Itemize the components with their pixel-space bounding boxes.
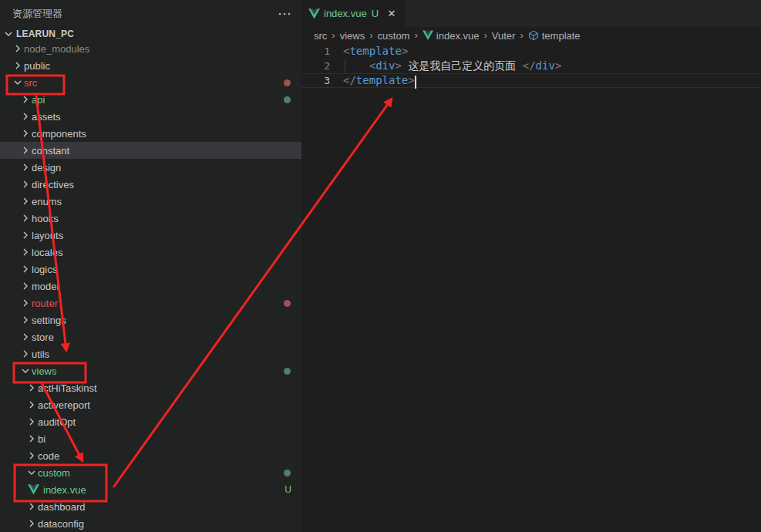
tree-item-layouts[interactable]: layouts <box>0 227 301 244</box>
tree-item-acthitaskinst[interactable]: actHiTaskinst <box>0 379 301 396</box>
chevron-right-icon[interactable] <box>19 331 32 343</box>
tree-item-label: constant <box>32 145 69 157</box>
vue-icon <box>423 31 433 41</box>
chevron-right-icon[interactable] <box>25 433 38 445</box>
tree-item-components[interactable]: components <box>0 125 301 142</box>
tree-item-assets[interactable]: assets <box>0 108 301 125</box>
chevron-right-icon[interactable] <box>25 450 38 462</box>
breadcrumb-item-template[interactable]: template <box>528 30 581 42</box>
tree-item-store[interactable]: store <box>0 328 301 345</box>
line-number: 3 <box>301 73 330 88</box>
tree-item-settings[interactable]: settings <box>0 311 301 328</box>
chevron-right-icon[interactable] <box>19 127 32 140</box>
breadcrumb-separator: › <box>520 29 523 41</box>
tree-item-index-vue[interactable]: index.vueU <box>0 481 301 498</box>
chevron-right-icon[interactable] <box>19 161 32 173</box>
tree-item-custom[interactable]: custom <box>0 464 301 481</box>
tree-item-label: api <box>32 94 45 106</box>
tree-item-node_modules[interactable]: node_modules <box>0 40 301 57</box>
tree-item-label: directives <box>32 179 74 190</box>
chevron-right-icon[interactable] <box>19 246 32 258</box>
tree-item-label: public <box>24 60 50 72</box>
tree-item-views[interactable]: views <box>0 362 301 379</box>
code-editor[interactable]: 1<template>2 <div> 这是我自己定义的页面 </div>3</t… <box>301 44 761 532</box>
code-line-3[interactable]: 3</template> <box>301 73 761 88</box>
explorer-title-bar: 资源管理器 ⋯ <box>0 0 301 27</box>
tree-item-dashboard[interactable]: dashboard <box>0 498 301 515</box>
chevron-right-icon[interactable] <box>19 229 32 241</box>
close-icon[interactable]: ✕ <box>386 8 398 19</box>
vscode-window: 资源管理器 ⋯ LEARUN_PC node_modulespublicsrca… <box>0 0 761 532</box>
tree-item-dataconfig[interactable]: dataconfig <box>0 515 301 532</box>
chevron-right-icon[interactable] <box>19 110 32 123</box>
breadcrumb-item-views[interactable]: views <box>340 30 365 42</box>
tree-item-label: design <box>32 162 61 173</box>
tree-item-code[interactable]: code <box>0 447 301 464</box>
chevron-right-icon[interactable] <box>19 178 32 190</box>
chevron-down-icon[interactable] <box>25 466 38 479</box>
code-line-1[interactable]: 1<template> <box>301 44 761 59</box>
vue-icon <box>28 484 39 495</box>
tree-item-label: dashboard <box>38 501 85 513</box>
tree-item-label: auditOpt <box>38 416 76 428</box>
tree-item-public[interactable]: public <box>0 57 301 74</box>
tree-item-model[interactable]: model <box>0 278 301 295</box>
tree-item-label: src <box>24 77 37 89</box>
breadcrumb-label: src <box>314 30 327 42</box>
chevron-right-icon[interactable] <box>25 382 38 394</box>
tree-item-api[interactable]: api <box>0 91 301 108</box>
chevron-right-icon[interactable] <box>25 416 38 428</box>
tree-item-enums[interactable]: enums <box>0 193 301 210</box>
chevron-right-icon[interactable] <box>25 399 38 411</box>
tree-item-directives[interactable]: directives <box>0 176 301 193</box>
more-actions-icon[interactable]: ⋯ <box>278 10 292 18</box>
tree-item-locales[interactable]: locales <box>0 244 301 261</box>
workspace-root-header[interactable]: LEARUN_PC <box>0 27 301 41</box>
chevron-right-icon[interactable] <box>19 314 32 326</box>
tree-item-router[interactable]: router <box>0 295 301 311</box>
file-tree: node_modulespublicsrcapiassetscomponents… <box>0 40 301 532</box>
chevron-right-icon[interactable] <box>11 42 24 55</box>
chevron-right-icon[interactable] <box>19 348 32 360</box>
breadcrumb-item-index-vue[interactable]: index.vue <box>423 30 480 42</box>
untracked-dot-badge <box>284 470 291 476</box>
chevron-right-icon[interactable] <box>19 93 32 106</box>
tree-item-activereport[interactable]: activereport <box>0 396 301 413</box>
code-text: <div> 这是我自己定义的页面 </div> <box>330 59 561 73</box>
breadcrumb-item-src[interactable]: src <box>314 30 327 42</box>
chevron-right-icon[interactable] <box>25 500 38 513</box>
breadcrumb-separator: › <box>369 29 372 41</box>
vue-icon <box>308 8 320 19</box>
tree-item-label: model <box>32 281 59 292</box>
tree-item-label: settings <box>32 315 66 326</box>
tree-item-utils[interactable]: utils <box>0 345 301 362</box>
chevron-down-icon[interactable] <box>11 76 24 89</box>
tree-item-constant[interactable]: constant <box>0 142 301 159</box>
chevron-right-icon[interactable] <box>19 297 32 309</box>
tree-item-label: hooks <box>32 213 59 224</box>
tree-item-label: node_modules <box>24 43 89 55</box>
tree-item-auditopt[interactable]: auditOpt <box>0 413 301 430</box>
tree-item-bi[interactable]: bi <box>0 430 301 447</box>
chevron-right-icon[interactable] <box>25 517 38 530</box>
chevron-right-icon[interactable] <box>19 212 32 224</box>
chevron-right-icon[interactable] <box>19 195 32 207</box>
chevron-down-icon[interactable] <box>19 365 32 377</box>
chevron-right-icon[interactable] <box>11 59 24 72</box>
tab-index-vue[interactable]: index.vue U ✕ <box>301 0 406 27</box>
tree-item-label: router <box>32 298 58 309</box>
text-cursor <box>415 76 416 89</box>
editor-group: index.vue U ✕ src›views›custom›index.vue… <box>301 0 761 532</box>
tree-item-logics[interactable]: logics <box>0 261 301 278</box>
chevron-right-icon[interactable] <box>19 144 32 157</box>
tree-item-design[interactable]: design <box>0 159 301 176</box>
chevron-right-icon[interactable] <box>19 263 32 275</box>
tree-item-src[interactable]: src <box>0 74 301 91</box>
tree-item-hooks[interactable]: hooks <box>0 210 301 227</box>
chevron-right-icon[interactable] <box>19 280 32 292</box>
tree-item-label: logics <box>32 264 57 275</box>
breadcrumb-item-vuter[interactable]: Vuter <box>492 30 516 42</box>
breadcrumb-separator: › <box>483 29 487 41</box>
code-line-2[interactable]: 2 <div> 这是我自己定义的页面 </div> <box>301 59 761 73</box>
breadcrumb-item-custom[interactable]: custom <box>378 30 410 42</box>
